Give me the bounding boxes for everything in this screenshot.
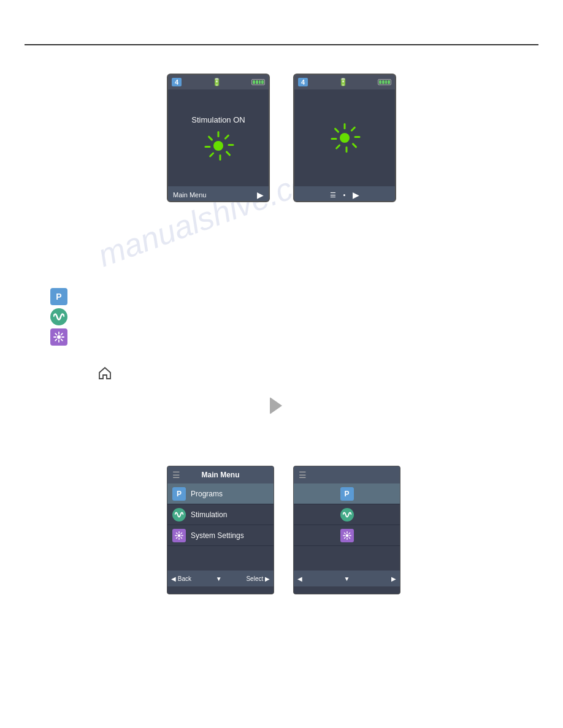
footer-right-right[interactable]: ▶ (391, 575, 396, 582)
menu-item-system-settings[interactable]: System Settings (167, 525, 274, 546)
stimulation-icon-right (340, 508, 354, 521)
screen-footer-left: Main Menu ▶ (168, 186, 269, 202)
svg-point-1 (178, 534, 181, 537)
menu-list-icon: ☰ (172, 470, 180, 480)
device-icon-left: 🔋 (212, 78, 221, 86)
arrow-pointer (270, 397, 282, 414)
menu-header-right: ☰ (294, 466, 400, 483)
screen-header-left: 4 🔋 (168, 75, 269, 89)
battery-right (378, 79, 391, 85)
menu-item-right-stimulation (294, 504, 400, 525)
screen-number-right: 4 (298, 78, 308, 86)
sun-icon-left (203, 131, 234, 161)
icon-programs: P (50, 288, 67, 305)
icon-system-settings (50, 328, 67, 346)
menu-list-icon-right: ☰ (299, 470, 307, 480)
footer-down[interactable]: ▼ (216, 575, 222, 582)
menu-header-left: ☰ Main Menu (167, 466, 274, 483)
settings-icon-right (340, 529, 354, 542)
screen-footer-right: ☰ • ▶ (294, 186, 395, 202)
programs-icon: P (172, 487, 186, 501)
programs-label: Programs (191, 490, 223, 498)
menu-items-list: P Programs Stimulation System Settings (167, 483, 274, 546)
menu-items-right: P (294, 483, 400, 546)
settings-svg (53, 332, 64, 343)
icon-p-label: P (56, 292, 61, 301)
home-svg (98, 366, 112, 380)
screen-body-right (294, 89, 395, 186)
main-menu-screen-left: ☰ Main Menu P Programs Stimulation (167, 466, 274, 594)
svg-point-0 (57, 335, 61, 339)
device-icon-right: 🔋 (339, 78, 348, 86)
stimulation-label-menu: Stimulation (191, 510, 227, 519)
battery-left (251, 79, 265, 85)
menu-footer-right: ◀ ▼ ▶ (294, 571, 400, 586)
footer-left-right[interactable]: ◀ (297, 575, 302, 582)
menu-footer-left: ◀ Back ▼ Select ▶ (167, 571, 274, 586)
system-settings-label: System Settings (191, 531, 244, 540)
screen-header-right: 4 🔋 (294, 75, 395, 89)
footer-arrow-left: ▶ (257, 190, 264, 200)
menu-item-right-programs: P (294, 483, 400, 504)
system-settings-icon (172, 529, 186, 542)
footer-select[interactable]: Select ▶ (246, 575, 270, 582)
sun-icon-right (329, 123, 360, 153)
menu-item-right-settings (294, 525, 400, 546)
screen-body-left: Stimulation ON (168, 89, 269, 186)
programs-icon-right: P (340, 487, 354, 501)
menu-spacer-left (167, 546, 274, 571)
device-screen-top-right: 4 🔋 ☰ • ▶ (293, 74, 396, 202)
stimulation-icon (172, 508, 186, 521)
stimulation-label: Stimulation ON (191, 115, 245, 124)
footer-text-left: Main Menu (173, 191, 206, 199)
screen-number-left: 4 (172, 78, 182, 86)
footer-icons-right: ☰ (330, 191, 336, 199)
menu-spacer-right (294, 546, 400, 571)
menu-item-stimulation[interactable]: Stimulation (167, 504, 274, 525)
main-menu-screen-right: ☰ P ◀ ▼ ▶ (293, 466, 400, 594)
menu-item-programs[interactable]: P Programs (167, 483, 274, 504)
footer-back[interactable]: ◀ Back (171, 575, 191, 582)
device-screen-top-left: 4 🔋 Stimulation ON Main Menu ▶ (167, 74, 270, 202)
home-icon (98, 366, 112, 383)
top-rule (25, 44, 538, 45)
footer-down-right[interactable]: ▼ (344, 575, 350, 582)
icon-stimulation (50, 308, 67, 325)
svg-point-2 (345, 534, 348, 537)
wave-svg (53, 313, 64, 320)
menu-title: Main Menu (202, 471, 240, 479)
